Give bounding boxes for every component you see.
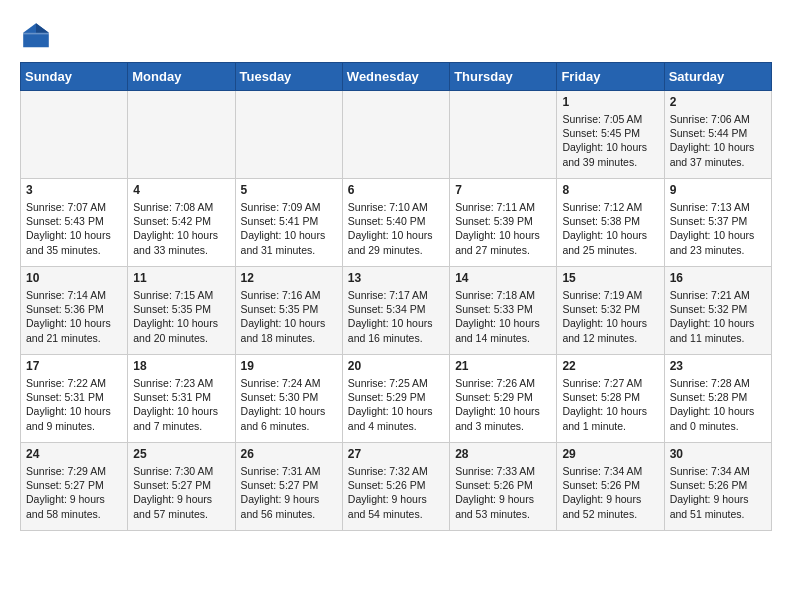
day-info-line: Sunset: 5:43 PM xyxy=(26,214,122,228)
day-cell: 26Sunrise: 7:31 AMSunset: 5:27 PMDayligh… xyxy=(235,443,342,531)
day-cell: 19Sunrise: 7:24 AMSunset: 5:30 PMDayligh… xyxy=(235,355,342,443)
day-info-line: Sunset: 5:27 PM xyxy=(133,478,229,492)
day-info-line: Daylight: 9 hours and 54 minutes. xyxy=(348,492,444,520)
day-info-line: Sunset: 5:26 PM xyxy=(670,478,766,492)
day-cell: 1Sunrise: 7:05 AMSunset: 5:45 PMDaylight… xyxy=(557,91,664,179)
day-cell: 30Sunrise: 7:34 AMSunset: 5:26 PMDayligh… xyxy=(664,443,771,531)
day-info-line: Sunset: 5:30 PM xyxy=(241,390,337,404)
day-number: 1 xyxy=(562,95,658,109)
week-row-2: 3Sunrise: 7:07 AMSunset: 5:43 PMDaylight… xyxy=(21,179,772,267)
day-info-line: Daylight: 9 hours and 52 minutes. xyxy=(562,492,658,520)
day-number: 26 xyxy=(241,447,337,461)
day-info-line: Daylight: 10 hours and 11 minutes. xyxy=(670,316,766,344)
column-header-tuesday: Tuesday xyxy=(235,63,342,91)
day-number: 19 xyxy=(241,359,337,373)
day-info-line: Daylight: 9 hours and 53 minutes. xyxy=(455,492,551,520)
day-cell: 23Sunrise: 7:28 AMSunset: 5:28 PMDayligh… xyxy=(664,355,771,443)
day-info-line: Daylight: 9 hours and 56 minutes. xyxy=(241,492,337,520)
day-number: 27 xyxy=(348,447,444,461)
day-cell: 16Sunrise: 7:21 AMSunset: 5:32 PMDayligh… xyxy=(664,267,771,355)
day-cell: 6Sunrise: 7:10 AMSunset: 5:40 PMDaylight… xyxy=(342,179,449,267)
day-number: 10 xyxy=(26,271,122,285)
day-number: 4 xyxy=(133,183,229,197)
day-info-line: Sunrise: 7:32 AM xyxy=(348,464,444,478)
day-number: 21 xyxy=(455,359,551,373)
page-header xyxy=(20,20,772,52)
day-number: 13 xyxy=(348,271,444,285)
day-info-line: Daylight: 9 hours and 58 minutes. xyxy=(26,492,122,520)
day-cell: 18Sunrise: 7:23 AMSunset: 5:31 PMDayligh… xyxy=(128,355,235,443)
day-info-line: Sunset: 5:34 PM xyxy=(348,302,444,316)
day-info-line: Daylight: 10 hours and 1 minute. xyxy=(562,404,658,432)
column-header-friday: Friday xyxy=(557,63,664,91)
day-cell: 14Sunrise: 7:18 AMSunset: 5:33 PMDayligh… xyxy=(450,267,557,355)
day-number: 16 xyxy=(670,271,766,285)
day-info-line: Sunrise: 7:12 AM xyxy=(562,200,658,214)
column-header-sunday: Sunday xyxy=(21,63,128,91)
column-header-wednesday: Wednesday xyxy=(342,63,449,91)
day-info-line: Sunset: 5:45 PM xyxy=(562,126,658,140)
day-info-line: Sunset: 5:26 PM xyxy=(348,478,444,492)
day-cell: 5Sunrise: 7:09 AMSunset: 5:41 PMDaylight… xyxy=(235,179,342,267)
day-info-line: Daylight: 9 hours and 51 minutes. xyxy=(670,492,766,520)
day-number: 28 xyxy=(455,447,551,461)
day-number: 15 xyxy=(562,271,658,285)
day-info-line: Sunrise: 7:29 AM xyxy=(26,464,122,478)
day-info-line: Sunrise: 7:27 AM xyxy=(562,376,658,390)
day-info-line: Sunset: 5:32 PM xyxy=(670,302,766,316)
day-info-line: Sunrise: 7:06 AM xyxy=(670,112,766,126)
day-cell: 17Sunrise: 7:22 AMSunset: 5:31 PMDayligh… xyxy=(21,355,128,443)
day-info-line: Sunset: 5:40 PM xyxy=(348,214,444,228)
day-info-line: Daylight: 10 hours and 27 minutes. xyxy=(455,228,551,256)
day-info-line: Sunset: 5:35 PM xyxy=(241,302,337,316)
day-number: 17 xyxy=(26,359,122,373)
day-info-line: Sunset: 5:31 PM xyxy=(26,390,122,404)
day-info-line: Daylight: 10 hours and 31 minutes. xyxy=(241,228,337,256)
day-number: 7 xyxy=(455,183,551,197)
day-cell: 25Sunrise: 7:30 AMSunset: 5:27 PMDayligh… xyxy=(128,443,235,531)
day-number: 24 xyxy=(26,447,122,461)
week-row-5: 24Sunrise: 7:29 AMSunset: 5:27 PMDayligh… xyxy=(21,443,772,531)
day-info-line: Sunset: 5:29 PM xyxy=(348,390,444,404)
day-number: 22 xyxy=(562,359,658,373)
day-info-line: Daylight: 10 hours and 25 minutes. xyxy=(562,228,658,256)
day-info-line: Sunset: 5:36 PM xyxy=(26,302,122,316)
day-info-line: Daylight: 10 hours and 33 minutes. xyxy=(133,228,229,256)
day-info-line: Sunset: 5:28 PM xyxy=(670,390,766,404)
day-cell: 22Sunrise: 7:27 AMSunset: 5:28 PMDayligh… xyxy=(557,355,664,443)
day-cell: 12Sunrise: 7:16 AMSunset: 5:35 PMDayligh… xyxy=(235,267,342,355)
day-info-line: Sunrise: 7:26 AM xyxy=(455,376,551,390)
day-info-line: Sunrise: 7:21 AM xyxy=(670,288,766,302)
day-info-line: Sunrise: 7:08 AM xyxy=(133,200,229,214)
day-info-line: Sunset: 5:26 PM xyxy=(455,478,551,492)
day-cell: 11Sunrise: 7:15 AMSunset: 5:35 PMDayligh… xyxy=(128,267,235,355)
day-info-line: Sunset: 5:39 PM xyxy=(455,214,551,228)
day-info-line: Sunrise: 7:34 AM xyxy=(670,464,766,478)
day-info-line: Daylight: 9 hours and 57 minutes. xyxy=(133,492,229,520)
day-info-line: Sunrise: 7:10 AM xyxy=(348,200,444,214)
day-info-line: Daylight: 10 hours and 6 minutes. xyxy=(241,404,337,432)
day-cell: 4Sunrise: 7:08 AMSunset: 5:42 PMDaylight… xyxy=(128,179,235,267)
week-row-4: 17Sunrise: 7:22 AMSunset: 5:31 PMDayligh… xyxy=(21,355,772,443)
day-info-line: Daylight: 10 hours and 29 minutes. xyxy=(348,228,444,256)
day-info-line: Daylight: 10 hours and 9 minutes. xyxy=(26,404,122,432)
day-info-line: Daylight: 10 hours and 3 minutes. xyxy=(455,404,551,432)
day-info-line: Sunrise: 7:31 AM xyxy=(241,464,337,478)
day-cell xyxy=(450,91,557,179)
day-info-line: Sunrise: 7:11 AM xyxy=(455,200,551,214)
day-info-line: Sunset: 5:26 PM xyxy=(562,478,658,492)
column-header-thursday: Thursday xyxy=(450,63,557,91)
day-number: 9 xyxy=(670,183,766,197)
day-number: 5 xyxy=(241,183,337,197)
day-info-line: Sunrise: 7:24 AM xyxy=(241,376,337,390)
day-info-line: Sunrise: 7:16 AM xyxy=(241,288,337,302)
day-number: 12 xyxy=(241,271,337,285)
day-number: 25 xyxy=(133,447,229,461)
day-info-line: Sunset: 5:27 PM xyxy=(26,478,122,492)
day-info-line: Sunset: 5:28 PM xyxy=(562,390,658,404)
day-info-line: Sunset: 5:27 PM xyxy=(241,478,337,492)
calendar-header-row: SundayMondayTuesdayWednesdayThursdayFrid… xyxy=(21,63,772,91)
day-cell xyxy=(342,91,449,179)
day-cell: 29Sunrise: 7:34 AMSunset: 5:26 PMDayligh… xyxy=(557,443,664,531)
day-info-line: Daylight: 10 hours and 37 minutes. xyxy=(670,140,766,168)
